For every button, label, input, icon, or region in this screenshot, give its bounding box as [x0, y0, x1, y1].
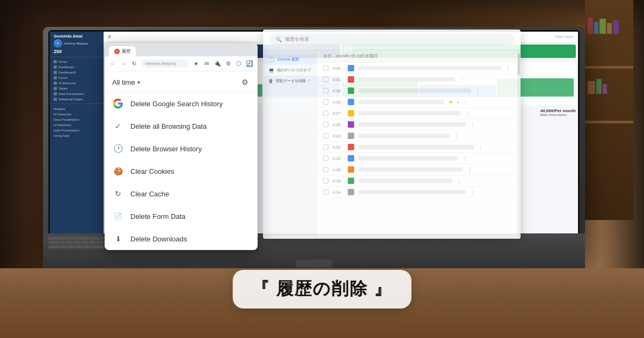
sidebar-item-dashboard[interactable]: Dashboard	[50, 64, 104, 70]
bookmark-icon[interactable]: ★	[192, 60, 200, 68]
menu-item-delete-google-search[interactable]: Delete Google Search History	[105, 92, 258, 115]
bottom-banner: 『 履歴の削除 』	[233, 270, 412, 308]
menu-item-label: Delete Browser History	[130, 145, 202, 153]
history-checkbox[interactable]	[323, 99, 328, 105]
forward-icon[interactable]: →	[120, 60, 127, 68]
history-time: 4:24	[333, 134, 343, 138]
history-checkbox[interactable]	[323, 65, 328, 71]
history-favicon	[348, 87, 354, 94]
history-checkbox[interactable]	[323, 133, 328, 138]
history-url	[358, 145, 474, 149]
history-time: 4:30	[333, 89, 343, 93]
sidebar-item-dashboard2[interactable]: Dashboard2	[50, 70, 104, 75]
more-icon[interactable]: ⋮	[467, 167, 473, 173]
cookie-icon: 🍪	[112, 165, 124, 177]
chrome-address-bar[interactable]: chrome://history	[141, 60, 189, 68]
history-url	[358, 179, 452, 183]
app-sidebar: Gentelella Alela! A Anthony Mutisya 250 …	[50, 32, 104, 253]
bookshelf	[585, 0, 633, 220]
history-favicon	[348, 166, 354, 173]
sidebar-item-tables[interactable]: Tables	[50, 86, 104, 91]
scrollbar-thumb[interactable]	[518, 54, 520, 75]
menu-item-clear-cache[interactable]: ↻ Clear Cache	[105, 182, 258, 205]
history-sidebar: 🕐 Chrome 履歴 💻 他のデバイスのタブ 🗑 閲覧データを削除 ↗	[263, 50, 317, 237]
sidebar-item-ui2[interactable]: UI Elements	[50, 112, 104, 117]
sidebar-devices-label: 他のデバイスのタブ	[277, 68, 311, 73]
history-sidebar-devices[interactable]: 💻 他のデバイスのタブ	[263, 65, 316, 76]
time-filter[interactable]: All time ▾	[112, 78, 140, 86]
history-checkbox[interactable]	[323, 77, 328, 82]
more-icon[interactable]: ⋮	[463, 99, 469, 105]
settings-toolbar-icon[interactable]: ⚙	[224, 60, 232, 68]
history-checkbox[interactable]	[323, 167, 328, 172]
history-checkbox[interactable]	[323, 156, 328, 161]
chrome-tab-bar: C 履歴	[105, 43, 258, 56]
sidebar-item-data3[interactable]: Data Presentation	[50, 128, 104, 133]
doc-icon: 📄	[112, 210, 124, 222]
sidebar-item-ui[interactable]: UI Elements	[50, 80, 104, 86]
sidebar-item-home[interactable]: Home	[50, 59, 104, 64]
extension-icon-purple[interactable]: ⬡	[235, 60, 243, 68]
back-icon[interactable]: ←	[109, 60, 116, 68]
sidebar-item-widgets[interactable]: Widgets	[50, 106, 104, 112]
history-url	[358, 111, 460, 115]
history-url	[358, 156, 458, 160]
history-checkbox[interactable]	[323, 122, 328, 127]
sidebar-item-data2[interactable]: Data Presentation	[50, 117, 104, 122]
history-checkbox[interactable]	[323, 111, 328, 116]
dot-icon: •	[457, 100, 459, 105]
menu-item-delete-all-browsing[interactable]: ✓ Delete all Browsing Data	[105, 115, 258, 137]
history-checkbox[interactable]	[323, 88, 328, 93]
sidebar-item-additional[interactable]: Additional Pages	[50, 97, 104, 102]
history-favicon	[348, 99, 354, 105]
more-icon[interactable]: ⋮	[454, 133, 459, 139]
sidebar-item-data[interactable]: Data Presentation	[50, 91, 104, 97]
sidebar-item-sale[interactable]: Using Sale	[50, 133, 104, 138]
more-icon[interactable]: ⋮	[470, 189, 475, 195]
history-sidebar-delete[interactable]: 🗑 閲覧データを削除 ↗	[263, 76, 316, 86]
history-time: 4:26	[333, 122, 343, 127]
sidebar-item-forms[interactable]: Forms	[50, 75, 104, 80]
menu-item-delete-downloads[interactable]: ⬇ Delete Downloads	[105, 227, 258, 250]
history-url	[358, 89, 471, 93]
more-icon[interactable]: ⋮	[459, 77, 465, 83]
more-icon[interactable]: ⋮	[457, 178, 462, 184]
menu-item-delete-form-data[interactable]: 📄 Delete Form Data	[105, 205, 258, 227]
more-icon[interactable]: ⋮	[475, 88, 481, 94]
history-url	[358, 100, 444, 104]
history-favicon	[348, 144, 354, 150]
history-checkbox[interactable]	[323, 189, 328, 195]
history-time: 4:22	[333, 145, 343, 150]
menu-item-label: Delete Google Search History	[130, 100, 223, 108]
more-icon[interactable]: ⋮	[465, 111, 470, 116]
menu-item-delete-browser-history[interactable]: 🕐 Delete Browser History	[105, 137, 258, 160]
chrome-active-tab[interactable]: C 履歴	[109, 46, 136, 56]
history-entry-7: 4:24 ⋮	[317, 130, 517, 142]
history-favicon	[348, 76, 354, 83]
mail-icon[interactable]: ✉	[203, 60, 210, 68]
menu-item-clear-cookies[interactable]: 🍪 Clear Cookies	[105, 160, 258, 182]
clock-icon: 🕐	[112, 143, 124, 155]
reload-icon[interactable]: ↻	[130, 60, 138, 68]
extension-icon-extra[interactable]: 🔄	[246, 60, 253, 68]
sidebar-item-ui3[interactable]: UI Elements	[50, 122, 104, 128]
extension-icon-red[interactable]: 🔌	[214, 60, 221, 68]
history-checkbox[interactable]	[323, 178, 328, 183]
history-favicon	[348, 121, 354, 128]
sidebar-chrome-label: Chrome 履歴	[277, 57, 299, 62]
history-entry-10: 4:18 ⋮	[317, 164, 517, 175]
menu-item-label: Clear Cookies	[130, 167, 174, 175]
more-icon[interactable]: ⋮	[478, 144, 484, 150]
history-time: 4:16	[333, 179, 343, 183]
trackpad[interactable]	[295, 259, 333, 268]
history-date-header: 今日 - 2024年7月10日水曜日	[317, 50, 517, 63]
history-checkbox[interactable]	[323, 144, 328, 150]
more-icon[interactable]: ⋮	[470, 122, 475, 128]
more-icon[interactable]: ⋮	[462, 156, 467, 161]
history-sidebar-chrome[interactable]: 🕐 Chrome 履歴	[263, 54, 316, 65]
scrollbar[interactable]	[517, 50, 521, 237]
star-icon: ★	[449, 99, 453, 105]
dropdown-settings-icon[interactable]: ⚙	[239, 77, 250, 87]
more-icon[interactable]: ⋮	[506, 65, 511, 71]
history-search-box[interactable]: 🔍 履歴を検索	[269, 34, 514, 45]
